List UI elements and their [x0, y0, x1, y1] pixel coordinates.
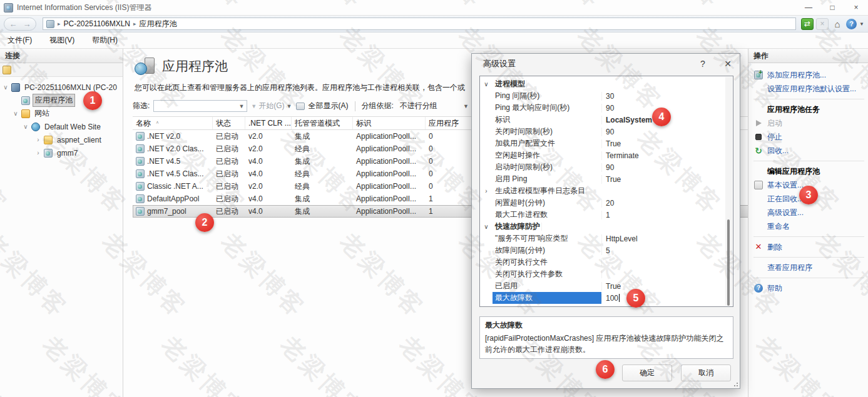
breadcrumb-server[interactable]: PC-20251106MXLN — [64, 19, 131, 28]
action-item[interactable] — [753, 236, 864, 237]
action-item[interactable]: 基本设置... — [753, 178, 864, 192]
tree-item[interactable]: › gmm7 — [0, 146, 123, 159]
property-label[interactable]: 生成进程模型事件日志条目 — [493, 185, 586, 197]
col-pipeline[interactable]: 托管管道模式 — [292, 117, 353, 129]
property-row[interactable]: 启用 Ping True — [480, 173, 725, 185]
save-connection-icon[interactable] — [3, 66, 11, 74]
col-clr[interactable]: .NET CLR ... — [245, 117, 292, 129]
property-value[interactable] — [601, 258, 725, 266]
tree-item[interactable]: ∨ PC-20251106MXLN (PC-20 — [0, 81, 123, 94]
col-name[interactable]: 名称＾ — [133, 117, 213, 129]
tree-item[interactable]: ∨ Default Web Site — [0, 120, 123, 133]
action-item[interactable]: 高级设置... — [753, 206, 864, 219]
property-row[interactable]: 标识 LocalSystem — [480, 114, 725, 126]
action-label[interactable]: 正在回收... — [767, 194, 804, 204]
property-row[interactable]: 最大工作进程数 1 — [480, 209, 725, 221]
property-value[interactable]: True — [601, 139, 725, 148]
forward-button[interactable]: → — [21, 19, 33, 29]
action-label[interactable]: 回收... — [767, 146, 789, 156]
property-label[interactable]: 已启用 — [493, 280, 601, 292]
property-value[interactable]: 100 — [601, 294, 725, 303]
property-row[interactable]: "服务不可用"响应类型 HttpLevel — [480, 233, 725, 244]
action-item[interactable]: 设置应用程序池默认设置... — [753, 82, 864, 96]
ok-button[interactable]: 确定 — [622, 364, 672, 381]
property-value[interactable]: 90 — [601, 104, 725, 113]
breadcrumb[interactable]: ▸ PC-20251106MXLN ▸ 应用程序池 — [43, 18, 796, 30]
action-label[interactable]: 启动 — [767, 118, 782, 129]
property-label[interactable]: "服务不可用"响应类型 — [493, 233, 601, 244]
action-item[interactable]: 正在回收... — [753, 192, 864, 206]
show-all-button[interactable]: 全部显示(A) — [309, 101, 349, 111]
filter-input[interactable]: ▼ — [153, 100, 247, 112]
property-label[interactable]: 关闭时间限制(秒) — [493, 126, 601, 138]
tree-item-label[interactable]: 网站 — [33, 108, 51, 119]
property-value[interactable]: 90 — [601, 128, 725, 136]
action-label[interactable]: 设置应用程序池默认设置... — [767, 84, 856, 94]
home-icon[interactable]: ⌂ — [831, 18, 844, 30]
property-label[interactable]: 关闭可执行文件参数 — [493, 268, 601, 280]
property-label[interactable]: 进程模型 — [493, 78, 526, 90]
action-item[interactable]: 重命名 — [753, 219, 864, 233]
action-label[interactable]: 重命名 — [767, 221, 790, 232]
chevron-down-icon[interactable]: ▼ — [859, 21, 864, 27]
tree-item[interactable]: 应用程序池 — [0, 94, 123, 107]
group-expander-icon[interactable]: ∨ — [480, 81, 493, 88]
property-row[interactable]: 故障间隔(分钟) 5 — [480, 244, 725, 256]
refresh-button[interactable]: ⇄ — [801, 18, 814, 30]
action-item[interactable] — [753, 99, 864, 99]
maximize-button[interactable]: □ — [820, 0, 844, 15]
property-label[interactable]: Ping 最大响应时间(秒) — [493, 102, 601, 114]
property-label[interactable]: 关闭可执行文件 — [493, 256, 601, 268]
property-label[interactable]: 空闲超时操作 — [493, 149, 601, 161]
property-row[interactable]: 已启用 True — [480, 280, 725, 292]
action-label[interactable]: 删除 — [767, 242, 782, 253]
action-item[interactable] — [753, 257, 864, 258]
group-expander-icon[interactable]: › — [480, 188, 493, 194]
dialog-close-icon[interactable]: ✕ — [722, 59, 733, 69]
tree-item-label[interactable]: aspnet_client — [55, 135, 103, 145]
property-label[interactable]: 最大故障数 — [493, 292, 601, 304]
col-identity[interactable]: 标识 — [353, 117, 426, 129]
property-row[interactable]: › 生成进程模型事件日志条目 — [480, 185, 725, 197]
action-item[interactable]: 删除 — [753, 240, 864, 254]
action-item[interactable] — [753, 278, 864, 278]
action-label[interactable]: 查看应用程序 — [767, 263, 812, 273]
tree-item-label[interactable]: 应用程序池 — [33, 94, 75, 107]
cancel-button[interactable]: 取消 — [681, 364, 731, 381]
action-label[interactable]: 应用程序池任务 — [767, 104, 820, 115]
property-label[interactable]: 闲置超时(分钟) — [493, 197, 601, 209]
action-item[interactable] — [753, 161, 864, 161]
property-value[interactable]: HttpLevel — [601, 234, 725, 243]
property-row[interactable]: 关闭可执行文件 — [480, 256, 725, 268]
property-row[interactable]: 加载用户配置文件 True — [480, 138, 725, 149]
minimize-button[interactable]: — — [797, 0, 820, 15]
property-label[interactable]: 启动时间限制(秒) — [493, 161, 601, 173]
property-row[interactable]: Ping 最大响应时间(秒) 90 — [480, 102, 725, 114]
menu-view[interactable]: 视图(V) — [49, 35, 74, 46]
scrollbar-thumb[interactable] — [727, 219, 730, 306]
property-row[interactable]: 启动时间限制(秒) 90 — [480, 161, 725, 173]
property-row[interactable]: 闲置超时(分钟) 20 — [480, 197, 725, 209]
property-label[interactable]: 加载用户配置文件 — [493, 138, 601, 149]
action-label[interactable]: 停止 — [767, 132, 782, 143]
property-label[interactable]: 标识 — [493, 114, 601, 126]
action-item[interactable]: 帮助 — [753, 281, 864, 295]
action-item[interactable]: 停止 — [753, 130, 864, 144]
property-value[interactable]: True — [601, 175, 725, 184]
tree-item[interactable]: ∨ 网站 — [0, 107, 123, 120]
property-value[interactable]: 20 — [601, 199, 725, 208]
property-value[interactable]: True — [601, 282, 725, 291]
tree-expander-icon[interactable]: ∨ — [3, 84, 9, 91]
property-row[interactable]: 空闲超时操作 Terminate — [480, 149, 725, 161]
dialog-help-icon[interactable]: ? — [697, 59, 708, 69]
property-value[interactable] — [541, 223, 725, 231]
property-value[interactable]: 30 — [601, 92, 725, 101]
property-value[interactable]: 1 — [601, 211, 725, 219]
tree-expander-icon[interactable]: ∨ — [23, 123, 29, 130]
action-label[interactable]: 添加应用程序池... — [767, 70, 826, 81]
help-icon[interactable]: ? — [846, 19, 857, 29]
property-label[interactable]: 最大工作进程数 — [493, 209, 601, 221]
breadcrumb-apppools[interactable]: 应用程序池 — [140, 19, 177, 29]
property-row[interactable]: Ping 间隔(秒) 30 — [480, 90, 725, 102]
property-row[interactable]: 关闭可执行文件参数 — [480, 268, 725, 280]
